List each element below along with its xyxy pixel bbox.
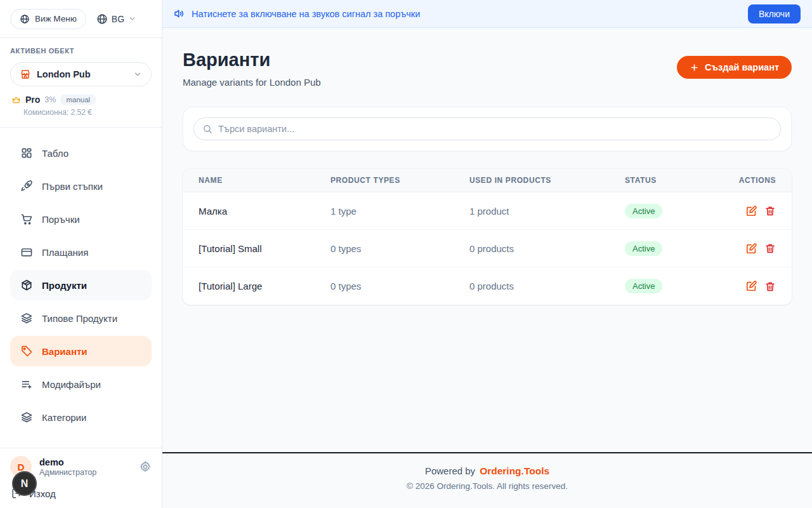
- page-header: Варианти Manage variants for London Pub …: [183, 50, 792, 88]
- sidebar-item-box-продукти[interactable]: Продукти: [10, 270, 152, 300]
- view-menu-label: Виж Меню: [35, 14, 77, 23]
- chevron-down-icon: [133, 70, 142, 79]
- layers-icon: [20, 411, 33, 424]
- column-header-used-in-products: Used in Products: [469, 176, 625, 185]
- cell-name: Малка: [199, 206, 331, 217]
- edit-icon[interactable]: [745, 280, 757, 292]
- cell-used-in-products: 1 product: [469, 206, 625, 217]
- sidebar-item-label: Табло: [42, 148, 69, 159]
- variants-table: Name Product Types Used in Products Stat…: [183, 169, 792, 305]
- page-header-text: Варианти Manage variants for London Pub: [183, 50, 321, 88]
- gear-icon[interactable]: [139, 460, 152, 473]
- language-selector[interactable]: BG: [96, 13, 136, 25]
- sidebar-item-cart-поръчки[interactable]: Поръчки: [10, 204, 152, 234]
- create-variant-button[interactable]: Създай вариант: [677, 56, 792, 79]
- plan-percent: 3%: [44, 95, 56, 104]
- edit-icon[interactable]: [745, 205, 757, 217]
- language-code: BG: [112, 14, 124, 24]
- powered-by-line: Powered by Ordering.Tools: [162, 465, 812, 477]
- enable-sound-button[interactable]: Включи: [748, 4, 801, 23]
- card-icon: [20, 246, 33, 258]
- box-icon: [20, 279, 33, 291]
- cell-actions: [738, 280, 776, 292]
- view-menu-button[interactable]: Виж Меню: [10, 9, 86, 29]
- rocket-icon: [20, 180, 33, 192]
- sidebar-top-bar: Виж Меню BG: [0, 0, 162, 38]
- search-input[interactable]: [218, 124, 772, 134]
- sidebar-item-label: Типове Продукти: [42, 313, 117, 324]
- cell-used-in-products: 0 products: [469, 243, 625, 254]
- sidebar-item-label: Модифайъри: [42, 379, 101, 390]
- status-badge: Active: [625, 241, 662, 256]
- delete-icon[interactable]: [764, 243, 776, 254]
- globe-icon: [96, 13, 108, 25]
- floating-n-badge[interactable]: N: [12, 471, 37, 496]
- sidebar-item-list-plus-модифайъри[interactable]: Модифайъри: [10, 369, 152, 399]
- footer: Powered by Ordering.Tools © 2026 Orderin…: [162, 452, 812, 508]
- active-object-section: АКТИВЕН ОБЕКТ London Pub Pro 3% manual К…: [0, 38, 162, 128]
- active-object-label: АКТИВЕН ОБЕКТ: [10, 47, 152, 55]
- crown-icon: [11, 95, 21, 105]
- table-row: [Tutorial] Small 0 types 0 products Acti…: [183, 230, 792, 267]
- search-input-wrap: [193, 117, 781, 140]
- table-row: Малка 1 type 1 product Active: [183, 192, 792, 230]
- brand-link[interactable]: Ordering.Tools: [480, 465, 549, 477]
- plan-row: Pro 3% manual: [10, 95, 152, 105]
- powered-by-text: Powered by: [425, 465, 475, 476]
- sidebar-item-tag-варианти[interactable]: Варианти: [10, 336, 152, 366]
- plan-mode-badge: manual: [60, 95, 96, 105]
- search-card: [183, 107, 792, 151]
- globe-icon: [20, 14, 30, 24]
- column-header-product-types: Product Types: [331, 176, 469, 185]
- plus-icon: [690, 63, 699, 72]
- sidebar-item-label: Поръчки: [42, 214, 80, 225]
- sidebar-item-dashboard-табло[interactable]: Табло: [10, 138, 152, 168]
- status-badge: Active: [625, 279, 662, 293]
- sidebar-item-layers-категории[interactable]: Категории: [10, 402, 152, 432]
- cell-name: [Tutorial] Large: [199, 281, 331, 291]
- column-header-status: Status: [625, 176, 738, 185]
- table-row: [Tutorial] Large 0 types 0 products Acti…: [183, 267, 792, 305]
- plan-name: Pro: [25, 95, 40, 105]
- venue-select[interactable]: London Pub: [10, 62, 152, 86]
- cart-icon: [20, 213, 33, 225]
- sound-alert-banner: Натиснете за включване на звуков сигнал …: [162, 0, 812, 28]
- sidebar-item-label: Плащания: [42, 247, 88, 258]
- status-badge: Active: [625, 204, 662, 218]
- cell-status: Active: [625, 241, 738, 256]
- cell-product-types: 1 type: [331, 206, 469, 217]
- table-header-row: Name Product Types Used in Products Stat…: [183, 169, 792, 192]
- speaker-icon: [173, 8, 185, 20]
- cell-status: Active: [625, 279, 738, 293]
- delete-icon[interactable]: [764, 281, 776, 292]
- sidebar-item-label: Продукти: [42, 280, 87, 291]
- sidebar-nav: Табло Първи стъпки Поръчки Плащания Прод…: [0, 128, 162, 448]
- cell-name: [Tutorial] Small: [199, 243, 331, 254]
- sidebar: Виж Меню BG АКТИВЕН ОБЕКТ London Pub Pro…: [0, 0, 162, 508]
- user-name: demo: [39, 457, 131, 467]
- user-role: Администратор: [39, 468, 131, 477]
- chevron-down-icon: [128, 15, 136, 23]
- store-icon: [20, 69, 31, 80]
- layers-icon: [20, 312, 33, 324]
- cell-product-types: 0 types: [331, 281, 469, 291]
- copyright-text: © 2026 Ordering.Tools. All rights reserv…: [162, 481, 812, 491]
- page-content: Варианти Manage variants for London Pub …: [162, 28, 812, 452]
- dashboard-icon: [20, 147, 33, 159]
- sidebar-item-card-плащания[interactable]: Плащания: [10, 237, 152, 267]
- sidebar-item-layers-типове-продукти[interactable]: Типове Продукти: [10, 303, 152, 333]
- edit-icon[interactable]: [745, 243, 757, 255]
- cell-product-types: 0 types: [331, 243, 469, 254]
- delete-icon[interactable]: [764, 205, 776, 217]
- commission-line: Комисионна: 2.52 €: [23, 108, 152, 117]
- list-plus-icon: [20, 378, 33, 391]
- banner-message: Натиснете за включване на звуков сигнал …: [192, 9, 420, 19]
- sidebar-item-rocket-първи-стъпки[interactable]: Първи стъпки: [10, 171, 152, 201]
- cell-actions: [738, 205, 776, 217]
- create-variant-label: Създай вариант: [705, 62, 779, 72]
- table-body: Малка 1 type 1 product Active [Tutorial]…: [183, 192, 792, 305]
- page-subtitle: Manage variants for London Pub: [183, 77, 321, 88]
- sidebar-item-label: Първи стъпки: [42, 181, 103, 192]
- sidebar-item-label: Варианти: [42, 346, 88, 357]
- cell-status: Active: [625, 204, 738, 218]
